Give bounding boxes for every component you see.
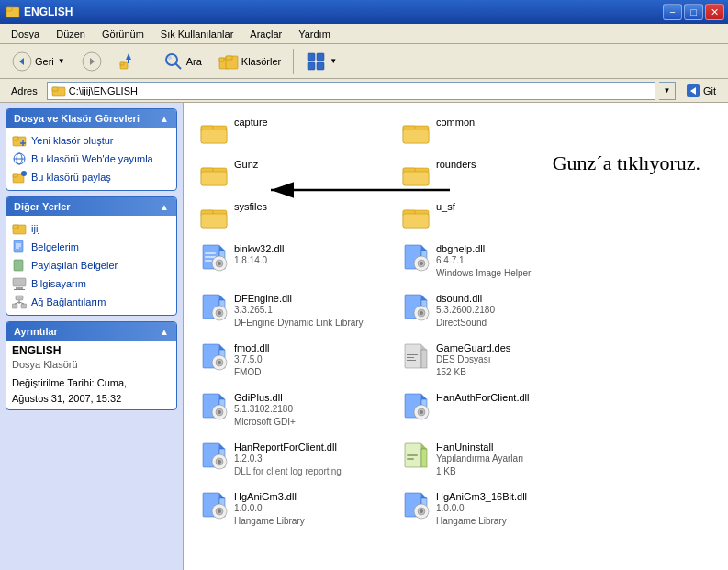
bilgisayarim-link[interactable]: Bilgisayarım: [12, 274, 171, 293]
svg-rect-58: [403, 129, 429, 143]
folders-button[interactable]: Klasörler: [212, 48, 287, 75]
list-item[interactable]: Gunz: [191, 152, 393, 195]
file-desc: 1.2.0.3: [234, 453, 342, 465]
file-item-text: GameGuard.des DES Dosyası 152 KB: [436, 342, 510, 379]
file-item-text: sysfiles: [234, 201, 267, 212]
list-item[interactable]: binkw32.dll 1.8.14.0: [191, 237, 393, 286]
back-button[interactable]: Geri ▼: [6, 48, 72, 75]
file-name: sysfiles: [234, 201, 267, 212]
forward-button[interactable]: [75, 48, 108, 75]
svg-rect-1: [6, 7, 12, 11]
menu-sik[interactable]: Sık Kullanılanlar: [153, 27, 241, 41]
list-item[interactable]: sysfiles: [191, 195, 393, 237]
list-item[interactable]: rounders: [393, 152, 595, 195]
paylasilan-link[interactable]: Paylaşılan Belgeler: [12, 256, 171, 274]
list-item[interactable]: dbghelp.dll 6.4.7.1 Windows Image Helper: [393, 237, 595, 286]
list-item[interactable]: HgAniGm3_16Bit.dll 1.0.0.0 Hangame Libra…: [393, 485, 595, 534]
file-name: HanUninstall: [436, 441, 523, 453]
svg-rect-33: [13, 174, 17, 177]
svg-rect-19: [308, 62, 315, 70]
list-item[interactable]: GdiPlus.dll 5.1.3102.2180 Microsoft GDI+: [191, 386, 393, 435]
svg-rect-14: [219, 58, 224, 61]
details-content: ENGLISH Dosya Klasörü Değiştirilme Tarih…: [6, 341, 176, 409]
ag-link[interactable]: Ağ Bağlantılarım: [12, 293, 171, 311]
svg-point-12: [168, 56, 172, 60]
file-item-text: dsound.dll 5.3.2600.2180 DirectSound: [436, 293, 495, 330]
list-item[interactable]: dsound.dll 5.3.2600.2180 DirectSound: [393, 286, 595, 336]
menu-gorunum[interactable]: Görünüm: [95, 27, 151, 41]
file-item-text: HgAniGm3_16Bit.dll 1.0.0.0 Hangame Libra…: [436, 491, 527, 528]
folder-icon: [401, 201, 431, 230]
go-button[interactable]: Git: [679, 81, 722, 101]
svg-rect-109: [407, 357, 414, 358]
tasks-section: Dosya ve Klasör Görevleri ▲ Yeni klasör …: [6, 108, 177, 191]
share-folder-link[interactable]: Bu klasörü paylaş: [12, 168, 171, 186]
dll-icon: [401, 491, 431, 520]
paylasilan-label: Paylaşılan Belgeler: [31, 260, 118, 271]
svg-marker-142: [421, 493, 427, 498]
new-folder-label: Yeni klasör oluştur: [31, 135, 113, 146]
belgelerim-icon: [12, 240, 27, 254]
folders-label: Klasörler: [241, 56, 281, 67]
new-folder-link[interactable]: Yeni klasör oluştur: [12, 131, 171, 150]
svg-line-50: [19, 302, 24, 304]
address-label: Adres: [6, 84, 43, 98]
views-button[interactable]: ▼: [299, 48, 343, 75]
ijij-link[interactable]: ijij: [12, 219, 171, 238]
file-item-text: u_sf: [436, 201, 455, 212]
go-label: Git: [703, 85, 716, 96]
file-name: HgAniGm3_16Bit.dll: [436, 491, 527, 502]
dll-icon: [401, 293, 431, 322]
up-button[interactable]: [112, 48, 145, 75]
svg-rect-47: [21, 304, 27, 308]
file-name: DFEngine.dll: [234, 293, 364, 304]
tasks-header[interactable]: Dosya ve Klasör Görevleri ▲: [6, 109, 176, 128]
list-item[interactable]: u_sf: [393, 195, 595, 237]
other-header[interactable]: Diğer Yerler ▲: [6, 197, 176, 216]
file-name: binkw32.dll: [234, 243, 284, 254]
details-header[interactable]: Ayrıntılar ▲: [6, 322, 176, 341]
svg-point-79: [218, 262, 221, 265]
file-desc: Yapılandırma Ayarları: [436, 453, 523, 465]
menu-dosya[interactable]: Dosya: [4, 27, 47, 41]
file-grid: capture common: [191, 110, 721, 534]
back-icon: [12, 51, 32, 72]
maximize-button[interactable]: □: [684, 4, 703, 20]
file-name: HanAuthForClient.dll: [436, 392, 530, 403]
search-label: Ara: [186, 56, 202, 67]
list-item[interactable]: HgAniGm3.dll 1.0.0.0 Hangame Library: [191, 485, 393, 534]
details-type: Dosya Klasörü: [12, 359, 171, 370]
folder-icon: [401, 159, 431, 188]
menu-araclar[interactable]: Araçlar: [242, 27, 289, 41]
list-item[interactable]: common: [393, 110, 595, 152]
file-name: dsound.dll: [436, 293, 495, 304]
menu-duzen[interactable]: Düzen: [49, 27, 93, 41]
list-item[interactable]: HanReportForClient.dll 1.2.0.3 DLL for c…: [191, 435, 393, 485]
list-item[interactable]: HanAuthForClient.dll: [393, 386, 595, 435]
dll-icon: [401, 243, 431, 273]
svg-marker-87: [219, 295, 225, 300]
belgelerim-link[interactable]: Belgelerim: [12, 238, 171, 256]
address-input[interactable]: C:\ijij\ENGLISH: [47, 82, 655, 100]
file-item-text: rounders: [436, 159, 476, 170]
svg-point-103: [218, 361, 221, 364]
list-item[interactable]: capture: [191, 110, 393, 152]
new-folder-icon: [12, 133, 27, 148]
minimize-button[interactable]: −: [663, 4, 682, 20]
web-publish-link[interactable]: Bu klasörü Web'de yayımla: [12, 150, 171, 168]
close-button[interactable]: ✕: [705, 4, 724, 20]
up-icon: [118, 51, 139, 72]
list-item[interactable]: GameGuard.des DES Dosyası 152 KB: [393, 336, 595, 386]
svg-rect-74: [205, 252, 216, 254]
file-desc-2: 152 KB: [436, 366, 510, 379]
file-desc: 5.1.3102.2180: [234, 403, 296, 416]
folders-icon: [218, 51, 239, 72]
details-chevron: ▲: [160, 327, 169, 337]
menu-yardim[interactable]: Yardım: [291, 27, 338, 41]
address-dropdown[interactable]: ▼: [659, 82, 676, 100]
list-item[interactable]: fmod.dll 3.7.5.0 FMOD: [191, 336, 393, 386]
list-item[interactable]: HanUninstall Yapılandırma Ayarları 1 KB: [393, 435, 595, 485]
list-item[interactable]: DFEngine.dll 3.3.265.1 DFEngine Dynamic …: [191, 286, 393, 336]
search-button[interactable]: Ara: [157, 48, 208, 75]
search-icon: [163, 51, 184, 72]
